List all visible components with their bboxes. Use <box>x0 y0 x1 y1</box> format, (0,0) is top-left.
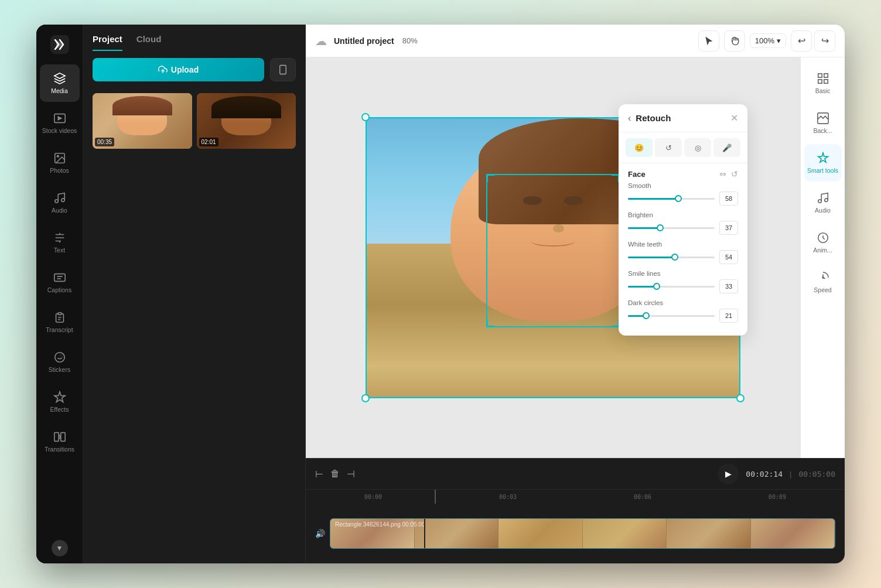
svg-rect-7 <box>58 313 62 315</box>
svg-rect-16 <box>818 74 821 77</box>
device-button[interactable] <box>270 58 296 81</box>
sidebar-item-stickers[interactable]: Stickers <box>40 343 80 381</box>
delete-tool[interactable]: 🗑 <box>330 469 340 479</box>
top-bar: ☁ Untitled project 80% 100% <box>306 25 845 57</box>
media-thumb-2[interactable]: 02:01 <box>197 93 296 149</box>
retouch-section-title: Face <box>628 170 719 179</box>
right-item-smart-tools[interactable]: Smart tools <box>804 144 842 182</box>
right-item-background[interactable]: Back... <box>804 104 842 142</box>
retouch-tab-skin[interactable]: ◎ <box>684 138 711 157</box>
svg-rect-6 <box>54 274 64 282</box>
svg-rect-19 <box>824 80 827 83</box>
svg-rect-11 <box>54 433 58 442</box>
canvas-area: ‹ Retouch ✕ 😊 ↺ ◎ 🎤 Face ⇔ ↺ <box>306 57 800 458</box>
reset-icon[interactable]: ↺ <box>731 169 738 179</box>
dark-circles-value: 21 <box>719 309 738 323</box>
right-item-audio[interactable]: Audio <box>804 184 842 221</box>
sidebar-item-transcript[interactable]: Transcript <box>40 303 80 341</box>
smooth-track[interactable] <box>628 198 715 200</box>
svg-point-3 <box>57 155 59 157</box>
sidebar-item-media[interactable]: Media <box>40 64 80 102</box>
retouch-tab-audio[interactable]: 🎤 <box>713 138 740 157</box>
retouch-panel: ‹ Retouch ✕ 😊 ↺ ◎ 🎤 Face ⇔ ↺ <box>619 104 747 336</box>
media-thumb-1[interactable]: 00:35 <box>93 93 192 149</box>
brighten-track[interactable] <box>628 227 715 229</box>
timeline-controls: ⊢ 🗑 ⊣ ▶ 00:02:14 | 00:05:00 <box>306 459 845 490</box>
undo-button[interactable]: ↩ <box>791 30 812 52</box>
retouch-title: Retouch <box>636 113 730 123</box>
slider-white-teeth: White teeth 54 <box>628 241 738 264</box>
play-button[interactable]: ▶ <box>718 463 739 484</box>
retouch-sliders: Smooth 58 Brighten <box>619 182 747 336</box>
panel-actions: Upload <box>83 51 305 88</box>
retouch-section-actions: ⇔ ↺ <box>719 169 738 179</box>
sidebar-item-photos[interactable]: Photos <box>40 144 80 182</box>
upload-button[interactable]: Upload <box>93 58 264 81</box>
compare-icon[interactable]: ⇔ <box>719 169 726 179</box>
slider-smooth: Smooth 58 <box>628 182 738 206</box>
timeline-ruler: 00:00 00:03 00:06 00:09 <box>306 490 845 504</box>
retouch-tab-body[interactable]: ↺ <box>655 138 682 157</box>
svg-point-22 <box>824 199 828 202</box>
tab-project[interactable]: Project <box>93 34 122 51</box>
handle-bottom-right[interactable] <box>736 394 745 402</box>
right-item-animation[interactable]: Anim... <box>804 224 842 261</box>
sidebar-expand-button[interactable]: ▼ <box>52 540 68 556</box>
sidebar-item-stock-videos[interactable]: Stock videos <box>40 104 80 142</box>
timeline: ⊢ 🗑 ⊣ ▶ 00:02:14 | 00:05:00 00:00 00:03 … <box>306 458 845 563</box>
media-duration-1: 00:35 <box>95 138 114 146</box>
tab-cloud[interactable]: Cloud <box>136 34 162 51</box>
retouch-tabs: 😊 ↺ ◎ 🎤 <box>619 132 747 163</box>
slider-smile-lines: Smile lines 33 <box>628 270 738 293</box>
svg-rect-18 <box>818 80 821 83</box>
total-time: 00:05:00 <box>798 470 835 478</box>
cloud-icon: ☁ <box>315 34 327 48</box>
panel-tabs: Project Cloud <box>83 25 305 51</box>
svg-point-4 <box>54 200 58 203</box>
retouch-header: ‹ Retouch ✕ <box>619 104 747 132</box>
sidebar-item-audio[interactable]: Audio <box>40 184 80 221</box>
retouch-back-button[interactable]: ‹ <box>628 113 631 124</box>
svg-rect-17 <box>824 74 827 77</box>
trim-tool[interactable]: ⊢ <box>315 469 323 480</box>
sidebar-item-captions[interactable]: Captions <box>40 264 80 301</box>
current-time: 00:02:14 <box>746 470 783 478</box>
right-item-speed[interactable]: Speed <box>804 264 842 301</box>
sidebar: Media Stock videos Photos Audio <box>36 25 83 563</box>
split-tool[interactable]: ⊣ <box>347 469 355 480</box>
media-duration-2: 02:01 <box>199 138 218 146</box>
toolbar: 100% ▾ ↩ ↪ <box>698 30 835 52</box>
retouch-tab-face[interactable]: 😊 <box>626 138 653 157</box>
timeline-tracks: 🔊 Rectangle 34626144.png 00:05:00 <box>306 504 845 563</box>
svg-rect-12 <box>60 433 64 442</box>
svg-point-5 <box>61 199 64 202</box>
project-name[interactable]: Untitled project <box>334 36 394 46</box>
redo-button[interactable]: ↪ <box>814 30 835 52</box>
app-logo[interactable] <box>47 32 73 57</box>
dark-circles-track[interactable] <box>628 315 715 317</box>
white-teeth-track[interactable] <box>628 257 715 258</box>
smooth-value: 58 <box>719 192 738 206</box>
media-panel: Project Cloud Upload <box>83 25 306 563</box>
volume-icon[interactable]: 🔊 <box>315 529 325 538</box>
smile-lines-value: 33 <box>719 279 738 293</box>
zoom-control[interactable]: 100% ▾ <box>750 33 786 48</box>
handle-bottom-left[interactable] <box>361 394 370 402</box>
hand-tool[interactable] <box>724 30 745 52</box>
white-teeth-value: 54 <box>719 250 738 264</box>
sidebar-item-transitions[interactable]: Transitions <box>40 423 80 460</box>
app-window: Media Stock videos Photos Audio <box>36 25 845 563</box>
pointer-tool[interactable] <box>698 30 719 52</box>
retouch-section-header: Face ⇔ ↺ <box>619 163 747 182</box>
sidebar-item-text[interactable]: Text <box>40 224 80 261</box>
retouch-close-button[interactable]: ✕ <box>730 112 738 124</box>
main-content: ☁ Untitled project 80% 100% <box>306 25 845 563</box>
right-panel: Basic Back... Smart tools <box>800 57 845 458</box>
sidebar-item-effects[interactable]: Effects <box>40 383 80 421</box>
video-track[interactable]: Rectangle 34626144.png 00:05:00 <box>330 518 835 549</box>
zoom-badge: 80% <box>402 36 418 45</box>
smile-lines-track[interactable] <box>628 286 715 288</box>
svg-point-21 <box>818 200 821 203</box>
right-item-basic[interactable]: Basic <box>804 64 842 102</box>
handle-top-left[interactable] <box>361 113 370 121</box>
